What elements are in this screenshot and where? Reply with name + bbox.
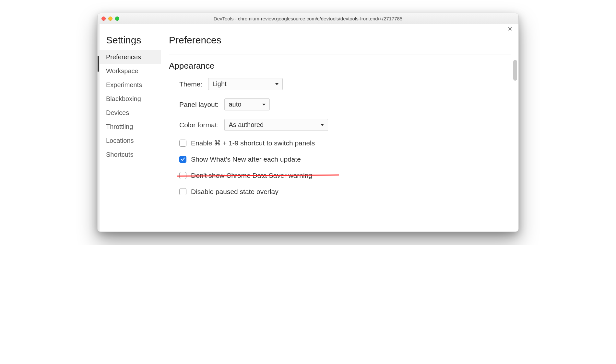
main-panel: × Preferences Appearance Theme: Light Pa… [161, 24, 518, 232]
check-paused-overlay: Disable paused state overlay [179, 188, 511, 196]
window-title: DevTools - chromium-review.googlesource.… [98, 16, 518, 21]
checkbox[interactable] [179, 188, 186, 195]
theme-value: Light [212, 80, 226, 88]
color-format-label: Color format: [179, 121, 219, 129]
sidebar-item-locations[interactable]: Locations [100, 134, 161, 148]
settings-heading: Settings [100, 35, 161, 50]
chevron-down-icon [275, 83, 278, 85]
sidebar-item-workspace[interactable]: Workspace [100, 64, 161, 78]
section-appearance: Appearance [169, 61, 511, 71]
sidebar-item-throttling[interactable]: Throttling [100, 120, 161, 134]
titlebar: DevTools - chromium-review.googlesource.… [98, 13, 518, 24]
sidebar-item-shortcuts[interactable]: Shortcuts [100, 148, 161, 162]
minimize-icon[interactable] [108, 17, 113, 21]
check-label: Enable ⌘ + 1-9 shortcut to switch panels [191, 139, 315, 147]
maximize-icon[interactable] [115, 17, 119, 21]
check-whats-new: Show What's New after each update [179, 155, 511, 163]
sidebar-item-preferences[interactable]: Preferences [100, 50, 161, 64]
close-icon[interactable] [101, 17, 106, 21]
panel-layout-row: Panel layout: auto [179, 98, 511, 110]
sidebar-item-blackboxing[interactable]: Blackboxing [100, 92, 161, 106]
appearance-body: Theme: Light Panel layout: auto Color fo… [169, 78, 511, 196]
tab-strip [98, 24, 100, 232]
sidebar-item-experiments[interactable]: Experiments [100, 78, 161, 92]
traffic-lights [101, 17, 119, 21]
color-format-value: As authored [229, 121, 264, 129]
chevron-down-icon [262, 104, 266, 106]
check-label: Show What's New after each update [191, 155, 301, 163]
divider [169, 54, 511, 54]
panel-layout-select[interactable]: auto [224, 98, 270, 110]
color-format-row: Color format: As authored [179, 119, 511, 131]
close-button[interactable]: × [503, 24, 516, 35]
panel-layout-value: auto [229, 101, 241, 108]
panel-layout-label: Panel layout: [179, 101, 219, 108]
content: Settings Preferences Workspace Experimen… [98, 24, 518, 232]
page-title: Preferences [169, 35, 511, 46]
devtools-window: DevTools - chromium-review.googlesource.… [97, 13, 519, 232]
check-icon [181, 157, 185, 162]
color-format-select[interactable]: As authored [224, 119, 328, 131]
theme-row: Theme: Light [179, 78, 511, 90]
checkbox[interactable] [179, 156, 186, 163]
theme-select[interactable]: Light [208, 78, 283, 90]
chevron-down-icon [321, 124, 324, 126]
checkbox[interactable] [179, 140, 186, 147]
sidebar-item-devices[interactable]: Devices [100, 106, 161, 120]
check-label: Disable paused state overlay [191, 188, 278, 196]
check-shortcut-switch: Enable ⌘ + 1-9 shortcut to switch panels [179, 139, 511, 147]
check-data-saver: Don't show Chrome Data Saver warning [179, 172, 511, 179]
settings-sidebar: Settings Preferences Workspace Experimen… [100, 24, 161, 232]
scrollbar-thumb[interactable] [513, 60, 517, 81]
theme-label: Theme: [179, 80, 202, 88]
